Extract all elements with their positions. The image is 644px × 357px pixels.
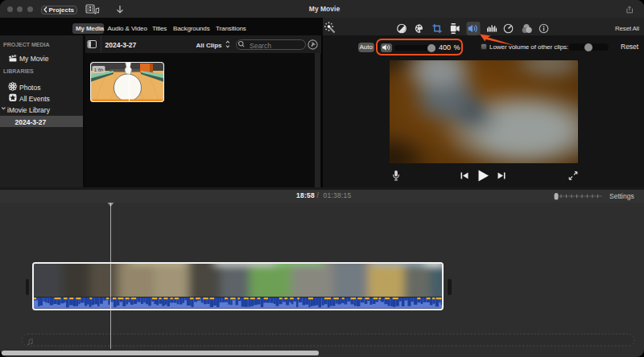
svg-text:1.6h: 1.6h [94,67,104,72]
